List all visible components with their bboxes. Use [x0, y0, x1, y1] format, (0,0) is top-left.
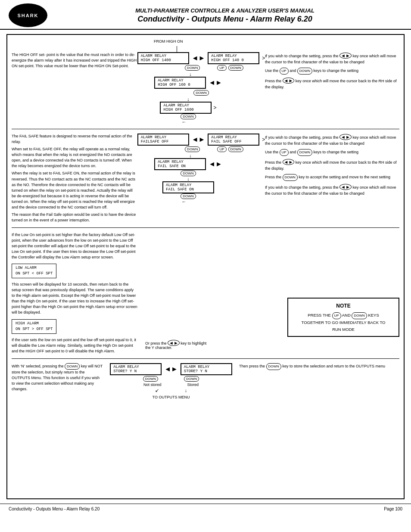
- section4-arrows: ↙ ↓: [155, 388, 187, 393]
- page: SHARK MULTI-PARAMETER CONTROLLER & ANALY…: [0, 0, 411, 532]
- section2-text1: The FAIL SAFE feature is designed to rev…: [12, 134, 137, 145]
- section1-down-row2: DOWN: [193, 90, 209, 96]
- left-arrow-btn4: ◄►: [209, 160, 222, 168]
- section3-text3: If the user sets the low on set-point an…: [12, 337, 137, 354]
- note-down-icon: DOWN: [352, 312, 367, 320]
- left-right-btn-icon: ◄►: [339, 53, 352, 59]
- section1-left-text: The HIGH OFF set- point is the value tha…: [12, 52, 141, 124]
- section2-text2: When set to FAIL SAFE OFF, the relay wil…: [12, 146, 137, 169]
- left-arrow2: ←: [182, 199, 187, 204]
- section4-lcd1: ALARM RELAY STORE? Y N: [110, 363, 162, 375]
- section1-lcd4: ALARM RELAY HIGH OFF 1600: [160, 102, 212, 114]
- section2-lcd4: ALARM RELAY FAIL SAFE ON: [162, 181, 214, 193]
- high-alarm-box: HIGH ALARM ON SPT > OFF SPT: [12, 319, 56, 334]
- section2-note5: If you wish to change the setting, press…: [265, 184, 399, 196]
- section2-note1: If you wish to change the setting, press…: [265, 134, 399, 146]
- down-arrow3: ↓: [189, 153, 192, 158]
- section1-note1: If you wish to change the setting, press…: [265, 52, 399, 65]
- lr-icon5: ◄►: [339, 184, 352, 190]
- note-box: NOTE PRESS THE UP AND DOWN KEYS TOGETHER…: [287, 298, 399, 336]
- section2-down-row1: DOWN UP DOWN: [185, 146, 243, 152]
- low-alarm-box: LOW ALARM ON SPT < OFF SPT: [12, 264, 56, 278]
- section1-center: ALARM RELAY HIGH OFF 1400 ◄► ALARM RELAY…: [141, 52, 262, 124]
- section4-center: ALARM RELAY STORE? Y N ◄► ALARM RELAY ST…: [106, 363, 236, 399]
- section2-lcd3: ALARM RELAY FAIL SAFE ON: [154, 158, 206, 170]
- down-arrow2: ↓: [187, 96, 190, 102]
- section4-right-note: Then press the DOWN key to store the sel…: [236, 363, 399, 399]
- section1-lcd3: ALARM RELAY HIGH OFF 160 0: [154, 77, 206, 89]
- section2-lcd2: ALARM RELAY FAIL SAFE OFF: [208, 134, 259, 146]
- header-title2: Conductivity - Outputs Menu - Alarm Rela…: [47, 15, 402, 24]
- section4: With 'N' selected, pressing the DOWN key…: [12, 363, 399, 399]
- section1: The HIGH OFF set- point is the value tha…: [12, 52, 399, 124]
- section4-note: Then press the DOWN key to store the sel…: [239, 363, 399, 370]
- section1-lcd4-row: ALARM RELAY HIGH OFF 1600 >: [160, 102, 216, 114]
- left-right-btn-icon2: ◄►: [283, 78, 295, 84]
- left-arrow3: ↙: [155, 388, 159, 393]
- down-arrow4: ↓: [187, 176, 190, 181]
- down-arrow1: ↓: [189, 72, 192, 77]
- section2-lcd3-row: ALARM RELAY FAIL SAFE ON ◄►: [154, 158, 222, 170]
- separator1: [12, 129, 399, 129]
- down-btn8[interactable]: DOWN: [184, 376, 199, 382]
- section1-lcd2: ALARM RELAY HIGH OFF 140 0: [208, 52, 259, 64]
- logo: SHARK: [9, 3, 47, 27]
- up-icon2: UP: [280, 149, 289, 156]
- up-icon: UP: [280, 68, 289, 75]
- down-btn5[interactable]: DOWN: [181, 171, 196, 176]
- section1-down-row3: DOWN: [181, 114, 196, 120]
- section2-text3: When the relay is set to FAIL SAFE ON, t…: [12, 171, 137, 210]
- section2-left-text: The FAIL SAFE feature is designed to rev…: [12, 134, 141, 223]
- note-title: NOTE: [293, 302, 393, 310]
- down-btn6[interactable]: DOWN: [181, 193, 196, 199]
- main-content: FROM HIGH ON The HIGH OFF set- point is …: [6, 34, 405, 499]
- up-down-btns1: UP DOWN: [217, 65, 243, 71]
- section3: If the Low On set-point is set higher th…: [12, 232, 399, 354]
- up-btn2[interactable]: UP: [217, 146, 226, 152]
- or-press-note: Or press the ◄► key to highlight the Y c…: [145, 340, 399, 350]
- footer-left: Conductivity - Outputs Menu - Alarm Rela…: [9, 507, 100, 511]
- down-icon: DOWN: [297, 68, 312, 75]
- section4-text: With 'N' selected, pressing the DOWN key…: [12, 363, 103, 392]
- section2-text4: The reason that the Fail Safe option wou…: [12, 212, 137, 223]
- logo-text: SHARK: [17, 13, 38, 18]
- left-arrow-btn3: ◄►: [192, 136, 206, 143]
- down-icon5: DOWN: [266, 363, 281, 370]
- section1-right-notes: If you wish to change the setting, press…: [262, 52, 399, 124]
- section3-text1: If the Low On set-point is set higher th…: [12, 232, 137, 260]
- section2-lcd1-row: ALARM RELAY FAILSAFE OFF ◄► ALARM RELAY …: [137, 134, 265, 146]
- left-arrow1: ←: [182, 119, 187, 124]
- section1-lcd3-row: ALARM RELAY HIGH OFF 160 0 ◄►: [154, 77, 222, 89]
- to-outputs-menu-label: TO OUTPUTS MENU: [153, 395, 190, 399]
- down-icon4: DOWN: [65, 363, 80, 370]
- separator3: [12, 358, 399, 359]
- lr-icon3: ◄►: [339, 134, 352, 140]
- section3-left: If the Low On set-point is set higher th…: [12, 232, 141, 354]
- section2-down-row3: DOWN: [181, 193, 196, 199]
- section2-note2: Use the UP and DOWN keys to change the s…: [265, 149, 399, 156]
- down-btn7[interactable]: DOWN: [143, 376, 158, 382]
- left-arrow-btn1: ◄►: [192, 54, 206, 62]
- down-btn1[interactable]: DOWN: [185, 65, 200, 71]
- separator2: [12, 227, 399, 228]
- section2-right-notes: If you wish to change the setting, press…: [262, 134, 399, 223]
- arrow-right1: >: [262, 55, 265, 61]
- section2-note4: Press the DOWN key to accept the setting…: [265, 174, 399, 181]
- down-btn1b[interactable]: DOWN: [228, 65, 243, 71]
- down-btn4[interactable]: DOWN: [185, 146, 200, 152]
- down-btn2[interactable]: DOWN: [193, 90, 209, 96]
- section1-lcd1: ALARM RELAY HIGH OFF 1400: [137, 52, 189, 64]
- down-btn4b[interactable]: DOWN: [228, 146, 243, 152]
- arrow-right2: >: [213, 105, 216, 111]
- header-titles: MULTI-PARAMETER CONTROLLER & ANALYZER US…: [47, 7, 402, 24]
- down-icon2: DOWN: [297, 149, 312, 156]
- down-btn3[interactable]: DOWN: [181, 114, 196, 119]
- up-btn1[interactable]: UP: [217, 65, 226, 71]
- section2: The FAIL SAFE feature is designed to rev…: [12, 134, 399, 223]
- section3-right: NOTE PRESS THE UP AND DOWN KEYS TOGETHER…: [141, 232, 399, 354]
- note-box-wrapper: NOTE PRESS THE UP AND DOWN KEYS TOGETHER…: [287, 298, 399, 336]
- section4-down-row: DOWN DOWN: [143, 376, 199, 382]
- section1-note2: Use the UP and DOWN keys to change the s…: [265, 68, 399, 75]
- header: SHARK MULTI-PARAMETER CONTROLLER & ANALY…: [0, 0, 411, 30]
- section3-text2: This screen will be displayed for 10 sec…: [12, 282, 137, 315]
